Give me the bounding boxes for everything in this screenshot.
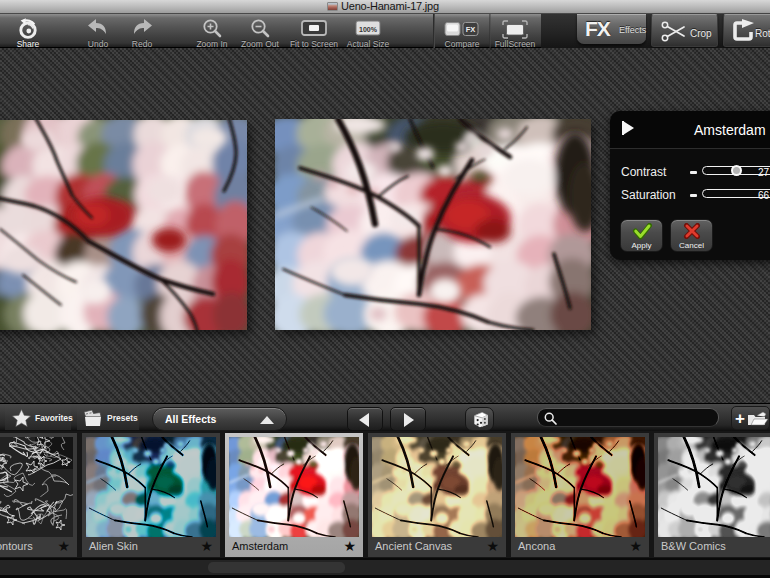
svg-text:FX: FX	[466, 25, 476, 34]
svg-text:100%: 100%	[359, 26, 378, 33]
